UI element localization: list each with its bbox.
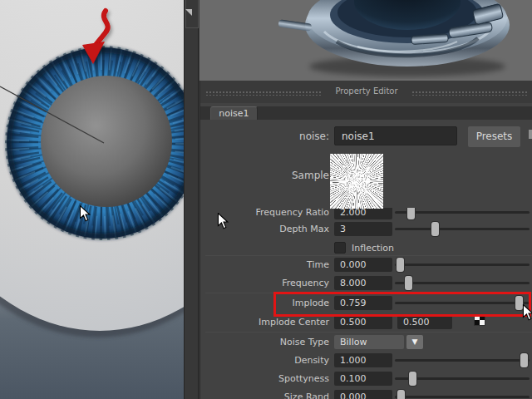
slider-handle[interactable] — [407, 208, 415, 219]
node-name-row: noise: noise1 Presets — [200, 126, 532, 146]
noise-sample-swatch[interactable] — [330, 154, 383, 209]
time-field[interactable]: 0.000 — [334, 258, 392, 272]
slider-handle[interactable] — [397, 390, 405, 399]
property-editor-header[interactable]: Property Editor — [200, 81, 532, 103]
spottyness-label: Spottyness — [200, 372, 329, 386]
attr-row-size-rand: Size Rand 0.000 — [200, 390, 532, 399]
depth-max-slider[interactable] — [395, 228, 530, 230]
drag-handle-dots-right — [411, 91, 528, 96]
slider-handle[interactable] — [520, 353, 528, 367]
slider-handle[interactable] — [431, 222, 439, 236]
attr-row-noise-type: Noise Type Billow ▼ — [200, 335, 532, 349]
attr-row-spottyness: Spottyness 0.100 — [200, 372, 532, 386]
attr-row-inflection: Inflection — [200, 241, 532, 255]
mouse-cursor-panel — [217, 213, 229, 229]
pane-splitter[interactable] — [184, 0, 200, 399]
attr-row-frequency-ratio: Frequency Ratio 2.000 — [200, 208, 532, 219]
noise-type-label: Noise Type — [200, 335, 329, 349]
maya-window: Property Editor noise1 noise: noise1 Pre… — [0, 0, 532, 399]
attr-row-implode-center: Implode Center 0.500 0.500 — [200, 315, 532, 329]
section-separator — [205, 255, 532, 256]
attr-row-depth-max: Depth Max 3 — [200, 222, 532, 236]
pupil-sphere — [41, 76, 172, 207]
viewport-render[interactable] — [200, 0, 532, 82]
size-rand-slider[interactable] — [395, 396, 530, 398]
mouse-cursor-implode-slider — [522, 304, 532, 321]
clipped-edge-button[interactable] — [529, 130, 532, 139]
frequency-field[interactable]: 8.000 — [334, 276, 392, 290]
implode-center-label: Implode Center — [200, 315, 329, 329]
attr-row-time: Time 0.000 — [200, 258, 532, 272]
presets-button[interactable]: Presets — [468, 126, 520, 147]
tutorial-highlight-box — [273, 292, 531, 317]
noise-name-input[interactable]: noise1 — [334, 126, 457, 145]
size-rand-label: Size Rand — [200, 390, 329, 399]
density-field[interactable]: 1.000 — [334, 353, 392, 367]
density-slider[interactable] — [395, 359, 530, 362]
frequency-ratio-field[interactable]: 2.000 — [334, 208, 392, 219]
section-separator — [205, 332, 532, 332]
attr-row-frequency: Frequency 8.000 — [200, 276, 532, 290]
frequency-label: Frequency — [200, 276, 329, 290]
sample-label: Sample — [200, 170, 329, 181]
slider-handle[interactable] — [409, 372, 416, 386]
mouse-cursor-viewport — [79, 205, 91, 222]
spottyness-slider[interactable] — [395, 377, 530, 380]
inflection-checkbox[interactable] — [334, 242, 346, 254]
inflection-label: Inflection — [352, 241, 394, 255]
time-label: Time — [200, 258, 329, 272]
chevron-down-icon[interactable]: ▼ — [406, 335, 423, 349]
slider-handle[interactable] — [405, 276, 412, 290]
size-rand-field[interactable]: 0.000 — [334, 390, 392, 399]
attr-row-density: Density 1.000 — [200, 353, 532, 367]
tab-noise1[interactable]: noise1 — [210, 106, 258, 120]
density-label: Density — [200, 353, 329, 367]
implode-center-x-field[interactable]: 0.500 — [334, 315, 392, 329]
frequency-ratio-slider[interactable] — [395, 211, 530, 214]
eyeball-scene — [0, 0, 184, 399]
noise-name-label: noise: — [200, 126, 329, 146]
time-slider[interactable] — [395, 264, 530, 266]
spottyness-field[interactable]: 0.100 — [334, 372, 392, 386]
frequency-slider[interactable] — [395, 282, 530, 284]
depth-max-field[interactable]: 3 — [334, 222, 392, 236]
noise-type-dropdown[interactable]: Billow — [334, 335, 404, 349]
slider-handle[interactable] — [397, 258, 404, 272]
viewport-eyeball[interactable] — [0, 0, 184, 399]
lens-object-scene — [200, 0, 532, 81]
property-editor-panel: Property Editor noise1 noise: noise1 Pre… — [200, 81, 532, 399]
implode-center-y-field[interactable]: 0.500 — [397, 315, 452, 329]
tab-bar: noise1 — [200, 106, 532, 120]
pane-expand-icon[interactable] — [185, 9, 192, 16]
